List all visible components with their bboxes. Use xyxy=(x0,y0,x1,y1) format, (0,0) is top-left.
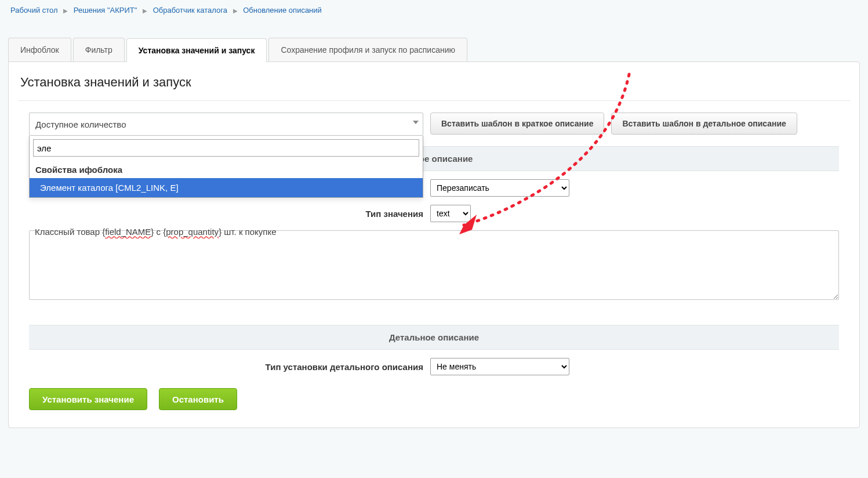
chevron-right-icon: ▶ xyxy=(63,8,68,14)
type-value-label: Тип значения xyxy=(29,209,423,219)
tab-filter[interactable]: Фильтр xyxy=(73,38,125,61)
property-search-input[interactable] xyxy=(33,139,419,157)
short-desc-textarea[interactable] xyxy=(29,230,839,300)
dropdown-group-label: Свойства ифоблока xyxy=(30,160,423,178)
type-detail-row: Тип установки детального описания Не мен… xyxy=(29,358,839,375)
dropdown-option[interactable]: Элемент каталога [CML2_LINK, E] xyxy=(30,178,423,197)
property-combo[interactable]: Свойства ифоблока Элемент каталога [CML2… xyxy=(29,113,423,136)
panel-title: Установка значений и запуск xyxy=(9,62,859,100)
chevron-down-icon xyxy=(413,121,419,124)
property-dropdown: Свойства ифоблока Элемент каталога [CML2… xyxy=(29,136,423,198)
breadcrumb-link[interactable]: Обновление описаний xyxy=(243,6,322,15)
tab-schedule[interactable]: Сохранение профиля и запуск по расписани… xyxy=(268,38,467,61)
breadcrumb-link[interactable]: Обработчик каталога xyxy=(153,6,227,15)
content: Свойства ифоблока Элемент каталога [CML2… xyxy=(9,113,859,428)
breadcrumb-link[interactable]: Решения "АКРИТ" xyxy=(74,6,137,15)
property-combo-input[interactable] xyxy=(29,113,423,136)
tabs: Инфоблок Фильтр Установка значений и зап… xyxy=(0,38,868,61)
tab-infoblock[interactable]: Инфоблок xyxy=(8,38,71,61)
set-value-button[interactable]: Установить значение xyxy=(29,388,147,410)
short-desc-textarea-wrap: Классный товар {field_NAME} с {prop_quan… xyxy=(29,222,839,302)
type-value-row: Тип значения text xyxy=(29,205,839,222)
divider xyxy=(18,100,850,101)
insert-detail-button[interactable]: Вставить шаблон в детальное описание xyxy=(611,113,797,135)
detail-desc-header: Детальное описание xyxy=(29,325,839,350)
type-value-select[interactable]: text xyxy=(430,205,471,222)
breadcrumb: Рабочий стол ▶ Решения "АКРИТ" ▶ Обработ… xyxy=(0,0,868,20)
action-buttons: Установить значение Остановить xyxy=(29,388,839,410)
insert-short-button[interactable]: Вставить шаблон в краткое описание xyxy=(430,113,604,135)
chevron-right-icon: ▶ xyxy=(233,8,238,14)
overwrite-select[interactable]: Перезаписать xyxy=(430,179,569,197)
top-row: Свойства ифоблока Элемент каталога [CML2… xyxy=(29,113,839,136)
chevron-right-icon: ▶ xyxy=(143,8,147,14)
stop-button[interactable]: Остановить xyxy=(159,388,237,410)
type-detail-label: Тип установки детального описания xyxy=(29,362,423,372)
breadcrumb-link[interactable]: Рабочий стол xyxy=(10,6,58,15)
tab-setvalues[interactable]: Установка значений и запуск xyxy=(126,38,267,62)
type-detail-select[interactable]: Не менять xyxy=(430,358,569,375)
panel: Установка значений и запуск Свойства ифо… xyxy=(8,61,860,428)
